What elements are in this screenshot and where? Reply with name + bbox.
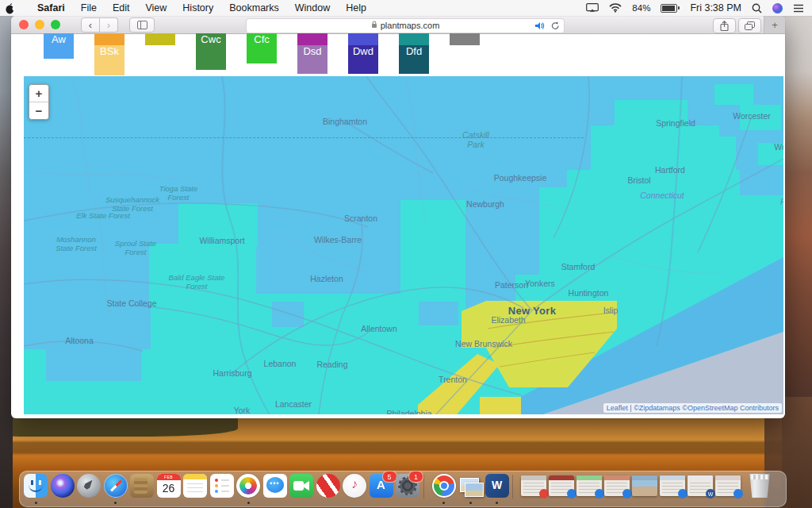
climate-map[interactable]: BinghamtonCatskill ParkSpringfieldWorces… (24, 76, 783, 414)
tab-overview-button[interactable] (738, 18, 761, 33)
dock-chrome-icon[interactable] (432, 474, 456, 498)
notes-app-glyph (183, 474, 207, 498)
dock-photos-icon[interactable] (236, 474, 260, 498)
map-attribution[interactable]: Leaflet | ©Zipdatamaps ©OpenStreetMap Co… (603, 403, 782, 413)
dock-red-striped-icon[interactable] (316, 474, 340, 498)
notification-badge: 1 (408, 471, 423, 483)
dock-sysprefs-icon[interactable]: 1 (396, 474, 419, 498)
menu-view[interactable]: View (137, 0, 174, 16)
menu-clock[interactable]: Fri 3:38 PM (690, 2, 741, 13)
minimized-window-thumbnail[interactable] (632, 475, 657, 496)
map-label-elizabeth: Elizabeth (491, 315, 525, 325)
siri-app-glyph (51, 474, 75, 498)
zoom-window-button[interactable] (51, 20, 60, 29)
map-label-trenton: Trenton (439, 375, 467, 384)
sidebar-icon (137, 21, 147, 29)
dock-launchpad-icon[interactable] (77, 474, 101, 498)
running-indicator (496, 502, 498, 504)
dock-image-viewer-icon[interactable] (458, 474, 482, 498)
apple-menu[interactable] (0, 2, 21, 14)
map-label-newburgh: Newburgh (466, 199, 504, 209)
dock-safari-icon[interactable] (104, 474, 128, 498)
battery-icon[interactable] (661, 4, 680, 13)
safari-app-badge (733, 489, 743, 498)
map-label-bald-eagle-state-forest: Bald Eagle State Forest (168, 274, 225, 291)
map-label-lebanon: Lebanon (264, 359, 297, 368)
share-button[interactable] (713, 18, 736, 33)
running-indicator (35, 502, 37, 504)
word-app-badge: W (706, 489, 715, 498)
wifi-icon[interactable] (609, 3, 622, 13)
legend-swatch-bsk: BSk (94, 45, 124, 75)
legend-swatch-dsd: Dsd (297, 45, 327, 74)
menu-bookmarks[interactable]: Bookmarks (221, 0, 287, 16)
running-indicator (247, 502, 250, 504)
audio-mute-icon[interactable] (534, 21, 545, 32)
map-label-catskill-park: Catskill Park (454, 130, 497, 149)
launchpad-app-glyph (77, 474, 101, 498)
map-label-sproul-state-forest: Sproul State Forest (107, 240, 164, 257)
dock-finder-icon[interactable] (24, 474, 48, 498)
siri-icon[interactable] (772, 3, 783, 13)
share-icon (720, 21, 729, 31)
menu-window[interactable]: Window (287, 0, 338, 16)
display-mirroring-icon[interactable] (586, 3, 599, 13)
thumbnail-header (632, 475, 657, 480)
map-label-yonkers: Yonkers (525, 279, 555, 288)
new-tab-button[interactable]: + (764, 16, 785, 33)
legend-swatch-sliver (450, 33, 480, 45)
map-label-worcester: Worcester (733, 111, 771, 121)
minimized-window-thumbnail[interactable] (660, 475, 685, 496)
legend-label: Dwd (348, 45, 378, 57)
thumbnail-header (688, 475, 713, 480)
zoom-out-button[interactable]: − (29, 102, 48, 119)
map-label-york: York (234, 406, 251, 414)
dock-siri-icon[interactable] (51, 474, 75, 498)
map-label-stamford: Stamford (561, 262, 596, 271)
close-window-button[interactable] (19, 20, 29, 29)
facetime-app-glyph (289, 474, 313, 498)
back-button[interactable]: ‹ (81, 17, 100, 33)
zoom-in-button[interactable]: + (29, 85, 48, 102)
wallpaper-trees (0, 416, 238, 437)
messages-app-glyph (263, 474, 287, 498)
minimized-window-thumbnail[interactable] (604, 475, 630, 496)
dock-facetime-icon[interactable] (289, 474, 313, 498)
minimize-window-button[interactable] (35, 20, 44, 29)
sidebar-toggle-button[interactable] (129, 17, 155, 33)
forward-button[interactable]: › (100, 17, 118, 33)
dock-itunes-icon[interactable] (343, 474, 366, 498)
minimized-window-thumbnail[interactable]: W (688, 475, 713, 496)
legend-swatch-dfd: Dfd (399, 45, 429, 74)
notification-center-icon[interactable] (793, 4, 804, 13)
menu-history[interactable]: History (174, 0, 221, 16)
reload-icon[interactable] (551, 21, 560, 32)
menu-edit[interactable]: Edit (105, 0, 138, 16)
map-label-allentown: Allentown (361, 324, 397, 333)
dock-word-icon[interactable] (485, 474, 509, 498)
tabs-icon (745, 21, 755, 30)
dock-appstore-icon[interactable]: 5 (370, 474, 393, 498)
dock-messages-icon[interactable] (263, 474, 287, 498)
menu-safari[interactable]: Safari (29, 0, 73, 16)
dock-notes-icon[interactable] (183, 474, 207, 498)
menu-help[interactable]: Help (338, 0, 374, 16)
minimized-window-thumbnail[interactable] (576, 475, 602, 496)
minimized-window-thumbnail[interactable] (715, 475, 741, 496)
dock-trash-icon[interactable] (748, 474, 772, 498)
legend-label: Aw (44, 33, 74, 45)
map-label-paterson: Paterson (495, 280, 528, 290)
legend-label: Dsd (297, 45, 327, 57)
address-bar[interactable]: plantmaps.com (246, 18, 565, 33)
safari-app-badge (678, 489, 688, 498)
dock-calendar-icon[interactable] (157, 474, 181, 498)
legend-label: Dfd (399, 45, 429, 57)
menu-file[interactable]: File (73, 0, 105, 16)
map-label-hartford: Hartford (655, 165, 685, 175)
spotlight-icon[interactable] (752, 3, 762, 13)
minimized-window-thumbnail[interactable] (521, 475, 546, 496)
minimized-window-thumbnail[interactable] (549, 475, 574, 496)
dock-reminders-icon[interactable] (210, 474, 234, 498)
dock-contacts-icon[interactable] (130, 474, 154, 498)
map-label-scranton: Scranton (344, 214, 377, 223)
